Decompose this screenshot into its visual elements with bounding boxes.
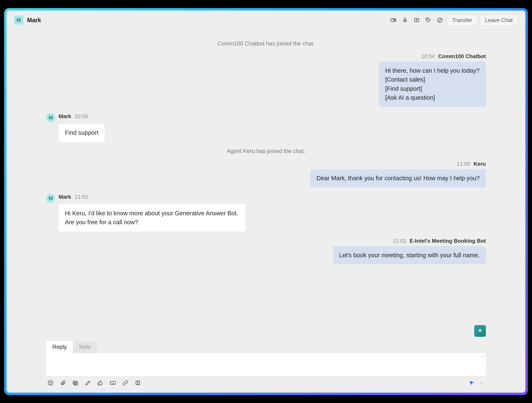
message-time: 10:56 — [75, 113, 88, 120]
svg-line-7 — [438, 19, 441, 22]
message-meta: 10:54 Comm100 Chatbot — [46, 53, 486, 60]
header-right: Transfer Leave Chat — [389, 15, 518, 26]
tab-note[interactable]: Note — [73, 341, 97, 353]
message-sender: E-Intel's Meeting Booking Bot — [410, 238, 486, 244]
chat-container: ‹ › Comm100 Chatbot has joined the chat.… — [7, 30, 525, 393]
message-block: M Mark 11:02 Hi Keru, I'd like to know m… — [46, 194, 486, 231]
emoji-icon[interactable] — [47, 379, 54, 386]
ai-assist-button[interactable] — [474, 325, 486, 337]
message-bubble: Dear Mark, thank you for contacting us! … — [310, 169, 486, 187]
message-bubble: Find support — [59, 124, 105, 142]
svg-point-5 — [427, 19, 428, 19]
app-grid-icon[interactable] — [134, 379, 141, 386]
resize-handle-icon[interactable] — [481, 354, 485, 358]
tag-icon[interactable] — [424, 16, 433, 25]
message-block: 11:00 Keru Dear Mark, thank you for cont… — [46, 161, 486, 187]
toolbar-left — [47, 379, 141, 386]
svg-rect-0 — [391, 19, 395, 22]
visitor-name: Mark — [27, 17, 41, 24]
svg-point-1 — [393, 19, 394, 20]
microphone-icon[interactable] — [400, 16, 410, 25]
visitor-avatar[interactable]: M — [14, 16, 23, 25]
composer-tabs: Reply Note — [46, 341, 486, 353]
message-time: 10:54 — [421, 53, 435, 60]
chat-body[interactable]: Comm100 Chatbot has joined the chat. 10:… — [7, 30, 525, 341]
svg-point-13 — [75, 382, 76, 383]
video-icon[interactable] — [389, 16, 398, 25]
system-message: Agent Keru has joined the chat. — [46, 148, 486, 155]
message-avatar: M — [46, 194, 55, 203]
message-bubble: Hi Keru, I'd like to know more about you… — [59, 204, 246, 231]
message-meta: 11:02 E-Intel's Meeting Booking Bot — [46, 238, 486, 244]
message-bubble: Hi there, how can I help you today? [Con… — [379, 62, 486, 107]
keyboard-icon[interactable] — [109, 379, 116, 386]
message-sender: Mark — [59, 113, 71, 120]
link-icon[interactable] — [122, 379, 129, 386]
send-cursor-icon[interactable] — [469, 379, 475, 386]
send-dropdown-icon[interactable] — [478, 379, 485, 386]
magic-edit-icon[interactable] — [84, 379, 91, 386]
message-meta: 11:00 Keru — [46, 161, 486, 167]
message-sender: Keru — [474, 161, 486, 167]
header: M Mark Transfer — [7, 11, 525, 30]
message-bubble: Let's book your meeting, starting with y… — [333, 246, 486, 265]
message-time: 11:02 — [393, 238, 406, 244]
svg-point-9 — [50, 382, 50, 383]
system-message: Comm100 Chatbot has joined the chat. — [46, 40, 486, 47]
message-block: 10:54 Comm100 Chatbot Hi there, how can … — [46, 53, 486, 107]
avatar-letter: M — [17, 17, 21, 23]
svg-point-8 — [48, 380, 53, 385]
attachment-icon[interactable] — [59, 379, 66, 386]
message-sender: Mark — [59, 194, 71, 200]
image-icon[interactable] — [72, 379, 79, 386]
transfer-button[interactable]: Transfer — [447, 15, 477, 26]
message-block: M Mark 10:56 Find support — [46, 113, 486, 142]
svg-point-10 — [51, 382, 52, 383]
message-time: 11:00 — [457, 161, 470, 167]
app-window: M Mark Transfer — [7, 11, 525, 393]
message-time: 11:02 — [75, 194, 88, 200]
app-frame: M Mark Transfer — [4, 8, 528, 395]
composer: Reply Note — [7, 341, 525, 393]
message-block: 11:02 E-Intel's Meeting Booking Bot Let'… — [46, 238, 486, 265]
svg-rect-2 — [404, 18, 406, 21]
message-sender: Comm100 Chatbot — [438, 53, 486, 60]
svg-rect-12 — [74, 382, 78, 385]
compose-input[interactable] — [46, 353, 486, 376]
thumbs-up-icon[interactable] — [97, 379, 104, 386]
header-left: M Mark — [14, 16, 41, 25]
svg-rect-14 — [110, 381, 115, 384]
message-meta: Mark 10:56 — [59, 113, 105, 120]
tab-reply[interactable]: Reply — [46, 341, 73, 353]
toolbar-right — [469, 379, 485, 386]
message-meta: Mark 11:02 — [59, 194, 246, 200]
compose-toolbar — [46, 376, 486, 386]
leave-chat-button[interactable]: Leave Chat — [480, 15, 518, 26]
message-avatar: M — [46, 113, 55, 122]
upload-icon[interactable] — [412, 16, 421, 25]
ban-icon[interactable] — [435, 16, 444, 25]
